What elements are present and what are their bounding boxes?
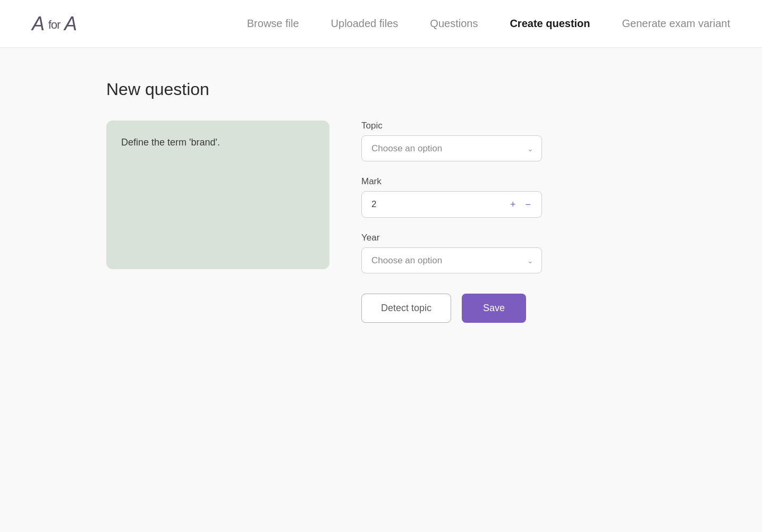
content-area: Define the term 'brand'. Topic Choose an… <box>106 121 656 323</box>
nav-generate-exam[interactable]: Generate exam variant <box>622 18 730 30</box>
save-button[interactable]: Save <box>462 294 526 323</box>
year-select-wrapper: Choose an option ⌄ <box>361 247 542 273</box>
main-content: New question Define the term 'brand'. To… <box>0 48 762 355</box>
detect-topic-button[interactable]: Detect topic <box>361 294 451 323</box>
mark-input-wrapper: 2 + − <box>361 191 542 218</box>
mark-controls: + − <box>499 197 541 212</box>
topic-select-wrapper: Choose an option ⌄ <box>361 135 542 161</box>
topic-select[interactable]: Choose an option <box>361 135 542 161</box>
year-group: Year Choose an option ⌄ <box>361 233 542 273</box>
question-text: Define the term 'brand'. <box>121 135 315 150</box>
mark-label: Mark <box>361 176 542 187</box>
topic-label: Topic <box>361 121 542 131</box>
button-row: Detect topic Save <box>361 294 542 323</box>
logo: A for A <box>32 13 77 35</box>
main-nav: Browse file Uploaded files Questions Cre… <box>247 18 730 30</box>
year-select[interactable]: Choose an option <box>361 247 542 273</box>
topic-group: Topic Choose an option ⌄ <box>361 121 542 161</box>
logo-text: A for A <box>32 13 77 35</box>
logo-for: for <box>48 18 61 31</box>
nav-browse-file[interactable]: Browse file <box>247 18 299 30</box>
question-card: Define the term 'brand'. <box>106 121 329 269</box>
mark-increment-button[interactable]: + <box>508 197 518 212</box>
mark-value: 2 <box>362 192 499 217</box>
header: A for A Browse file Uploaded files Quest… <box>0 0 762 48</box>
form-panel: Topic Choose an option ⌄ Mark 2 + − <box>361 121 542 323</box>
nav-questions[interactable]: Questions <box>430 18 478 30</box>
year-label: Year <box>361 233 542 243</box>
mark-decrement-button[interactable]: − <box>523 197 533 212</box>
nav-uploaded-files[interactable]: Uploaded files <box>331 18 399 30</box>
nav-create-question[interactable]: Create question <box>510 18 590 30</box>
page-title: New question <box>106 80 656 99</box>
mark-group: Mark 2 + − <box>361 176 542 218</box>
